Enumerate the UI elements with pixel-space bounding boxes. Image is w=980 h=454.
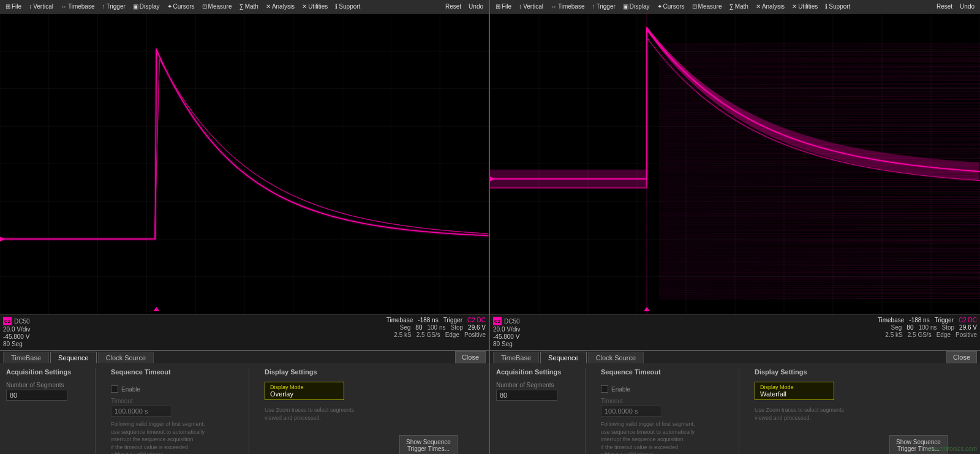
reset-button[interactable]: Reset <box>442 2 464 10</box>
right-enable-checkbox[interactable] <box>601 385 608 393</box>
undo-button[interactable]: Undo <box>466 2 486 10</box>
file-menu[interactable]: ⊞ File <box>2 2 24 10</box>
left-channel-indicator: C2 DC50 <box>3 317 30 325</box>
right-display-mode-box[interactable]: Display Mode Waterfall <box>755 382 834 400</box>
right-trigger-menu[interactable]: ↑ Trigger <box>589 2 618 10</box>
right-measure-menu[interactable]: ⊡ Measure <box>689 2 725 10</box>
watermark: www.cntronics.com <box>924 445 977 452</box>
right-enable-label: Enable <box>611 386 630 393</box>
right-acquisition-title: Acquisition Settings <box>496 368 570 376</box>
right-scope-canvas <box>490 13 980 314</box>
right-trigger-label: Trigger <box>935 317 954 323</box>
right-math-icon: ∑ <box>729 3 734 10</box>
right-file-menu[interactable]: ⊞ File <box>492 2 514 10</box>
right-analysis-menu[interactable]: ✕ Analysis <box>753 2 788 10</box>
left-segments-value[interactable]: 80 <box>6 390 67 401</box>
right-trigger-icon: ↑ <box>592 3 595 10</box>
right-segments-label: Number of Segments <box>496 382 570 388</box>
right-ch-icon: C2 <box>493 317 502 325</box>
support-menu[interactable]: ℹ Support <box>332 2 363 10</box>
utilities-icon: ✕ <box>302 3 307 10</box>
file-icon: ⊞ <box>6 3 10 10</box>
left-trigger-label: Trigger <box>443 317 462 323</box>
right-timebase-menu[interactable]: ↔ Timebase <box>548 2 588 10</box>
left-scope-screen <box>0 13 489 314</box>
left-enable-checkbox[interactable] <box>111 385 118 393</box>
left-segments-group: Number of Segments 80 <box>6 382 80 401</box>
tab-sequence-left[interactable]: Sequence <box>50 352 97 363</box>
right-tabs-bar: TimeBase Sequence Clock Source Close <box>490 351 980 363</box>
vertical-menu[interactable]: ↕ Vertical <box>26 2 56 10</box>
right-timeout-value[interactable]: 100.0000 s <box>601 406 662 417</box>
tab-sequence-right[interactable]: Sequence <box>540 352 587 363</box>
right-seg-label: Seg <box>891 324 902 331</box>
left-seg-label: Seg <box>400 324 411 331</box>
right-reset-button[interactable]: Reset <box>933 2 956 10</box>
trigger-icon: ↑ <box>102 3 105 10</box>
right-cursors-menu[interactable]: ✦ Cursors <box>654 2 688 10</box>
right-timeout-fields: Timeout 100.0000 s <box>601 398 723 417</box>
left-show-seq-btn[interactable]: Show SequenceTrigger Times... <box>399 435 458 454</box>
left-voltage: 29.6 V <box>468 324 486 331</box>
right-undo-button[interactable]: Undo <box>957 2 978 10</box>
right-timebase-label: Timebase <box>878 317 905 323</box>
right-display-menu[interactable]: ▣ Display <box>620 2 653 10</box>
left-display-mode-label: Display Mode <box>270 384 339 390</box>
right-edge: Edge <box>937 331 951 338</box>
left-panel: ⊞ File ↕ Vertical ↔ Timebase ↑ Trigger ▣… <box>0 0 490 454</box>
right-use-zoom-text: Use Zoom traces to select segmentsviewed… <box>755 406 865 422</box>
display-menu[interactable]: ▣ Display <box>130 2 163 10</box>
right-timeout-section: Sequence Timeout Enable Timeout 100.0000… <box>601 368 723 454</box>
right-utilities-menu[interactable]: ✕ Utilities <box>789 2 821 10</box>
close-button-right[interactable]: Close <box>946 351 977 363</box>
timebase-menu[interactable]: ↔ Timebase <box>58 2 98 10</box>
right-analysis-icon: ✕ <box>756 3 761 10</box>
left-seg-value: 80 <box>415 324 422 331</box>
display-icon: ▣ <box>133 3 138 10</box>
left-vdiv: 20.0 V/div <box>3 326 30 333</box>
tab-timebase-left[interactable]: TimeBase <box>3 352 49 363</box>
left-display-mode-value: Overlay <box>270 390 339 398</box>
right-display-section: Display Settings Display Mode Waterfall … <box>755 368 877 454</box>
right-panel: ⊞ File ↕ Vertical ↔ Timebase ↑ Trigger ▣… <box>490 0 980 454</box>
left-timebase-label: Timebase <box>386 317 413 323</box>
left-edge: Edge <box>445 331 459 338</box>
right-support-menu[interactable]: ℹ Support <box>822 2 853 10</box>
utilities-menu[interactable]: ✕ Utilities <box>299 2 331 10</box>
right-cursors-icon: ✦ <box>657 3 662 10</box>
right-timebase-icon: ↔ <box>551 3 557 10</box>
cursors-menu[interactable]: ✦ Cursors <box>164 2 198 10</box>
right-status-line-1: Timebase -188 ns Trigger C2 DC <box>878 317 977 323</box>
tab-timebase-right[interactable]: TimeBase <box>493 352 539 363</box>
tab-clocksource-left[interactable]: Clock Source <box>98 352 154 363</box>
left-timeout-title: Sequence Timeout <box>111 368 233 376</box>
analysis-menu[interactable]: ✕ Analysis <box>263 2 298 10</box>
measure-menu[interactable]: ⊡ Measure <box>199 2 235 10</box>
right-vertical-menu[interactable]: ↕ Vertical <box>516 2 546 10</box>
right-voltage: 29.6 V <box>959 324 977 331</box>
left-settings-content: Acquisition Settings Number of Segments … <box>0 363 489 454</box>
right-measure-icon: ⊡ <box>692 3 697 10</box>
right-utilities-icon: ✕ <box>792 3 797 10</box>
right-timebase-value: -188 ns <box>909 317 929 323</box>
left-timeout-value[interactable]: 100.0000 s <box>111 406 172 417</box>
left-timeout-section: Sequence Timeout Enable Timeout 100.0000… <box>111 368 233 454</box>
math-menu[interactable]: ∑ Math <box>236 2 262 10</box>
right-support-icon: ℹ <box>825 3 827 10</box>
left-segments: 80 Seg <box>3 341 30 347</box>
left-enable-label: Enable <box>121 386 140 393</box>
left-offset: -45.800 V <box>3 333 30 340</box>
right-status-line-2: Seg 80 100 ns Stop 29.6 V <box>891 324 977 331</box>
right-vdiv: 20.0 V/div <box>493 326 520 333</box>
right-math-menu[interactable]: ∑ Math <box>726 2 752 10</box>
left-status-bar: C2 DC50 20.0 V/div -45.800 V 80 Seg Time… <box>0 314 489 350</box>
left-display-mode-box[interactable]: Display Mode Overlay <box>265 382 344 400</box>
right-segments-value[interactable]: 80 <box>496 390 557 401</box>
right-seg-value: 80 <box>907 324 913 331</box>
measure-icon: ⊡ <box>202 3 207 10</box>
trigger-menu[interactable]: ↑ Trigger <box>99 2 128 10</box>
left-status-line-3: 2.5 kS 2.5 GS/s Edge Positive <box>394 331 486 338</box>
close-button-left[interactable]: Close <box>455 351 486 363</box>
tab-clocksource-right[interactable]: Clock Source <box>588 352 644 363</box>
right-channel-indicator: C2 DC50 <box>493 317 520 325</box>
